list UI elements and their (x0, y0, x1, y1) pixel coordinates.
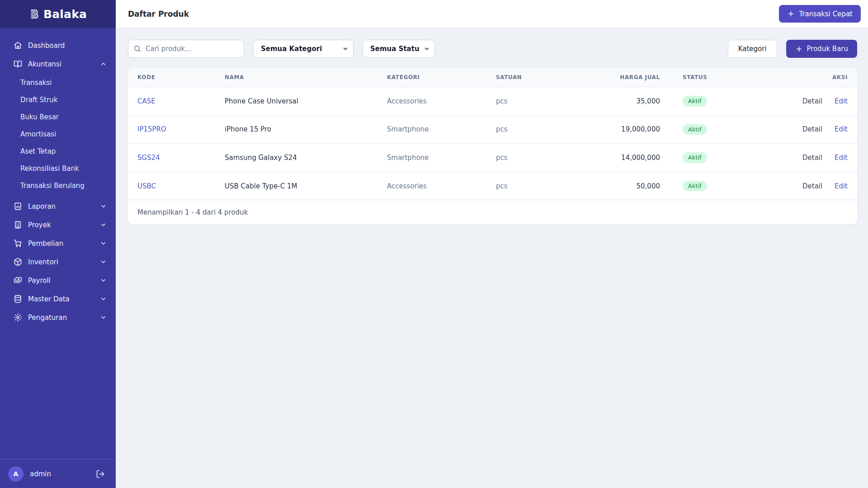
banknote-icon (14, 276, 22, 285)
edit-link[interactable]: Edit (835, 154, 848, 162)
database-icon (14, 295, 22, 303)
product-unit: pcs (496, 172, 583, 200)
new-product-button[interactable]: Produk Baru (786, 40, 857, 58)
chevron-down-icon (100, 203, 107, 210)
edit-link[interactable]: Edit (835, 97, 848, 105)
product-unit: pcs (496, 144, 583, 172)
sidebar-item-label: Laporan (28, 202, 94, 211)
package-icon (14, 258, 22, 266)
status-badge: Aktif (683, 181, 707, 192)
category-select[interactable]: Semua Kategori (253, 40, 354, 58)
topbar: Daftar Produk Transaksi Cepat (116, 0, 868, 28)
gear-icon (14, 313, 22, 322)
product-price: 14,000,000 (583, 144, 660, 172)
status-select[interactable]: Semua Status (363, 40, 435, 58)
column-header-kode: Kode (128, 68, 225, 87)
sidebar-item-label: Inventori (28, 258, 94, 266)
kategori-button[interactable]: Kategori (728, 40, 777, 58)
sidebar-nav: Dashboard Akuntansi Transaksi Draft Stru… (0, 28, 116, 459)
detail-link[interactable]: Detail (802, 125, 822, 133)
sidebar-item-label: Pembelian (28, 239, 94, 248)
table-row: USBC USB Cable Type-C 1M Accessories pcs… (128, 172, 857, 200)
sidebar-item-laporan[interactable]: Laporan (0, 197, 116, 216)
detail-link[interactable]: Detail (802, 154, 822, 162)
column-header-harga: Harga Jual (583, 68, 660, 87)
logout-icon[interactable] (96, 469, 105, 479)
sidebar-subitem-aset-tetap[interactable]: Aset Tetap (0, 143, 116, 160)
book-open-icon (14, 60, 22, 68)
product-code-link[interactable]: IP15PRO (137, 125, 166, 133)
sidebar-item-proyek[interactable]: Proyek (0, 216, 116, 234)
chevron-down-icon (100, 221, 107, 228)
balaka-logo-icon (29, 8, 41, 20)
product-category: Accessories (387, 87, 496, 116)
product-price: 19,000,000 (583, 115, 660, 144)
sidebar-item-master-data[interactable]: Master Data (0, 290, 116, 308)
building-icon (14, 221, 22, 229)
sidebar-item-label: Dashboard (28, 42, 107, 50)
user-bar: A admin (0, 459, 116, 488)
main-content: Semua Kategori Semua Status Kategori Pro… (116, 28, 868, 488)
chevron-up-icon (100, 61, 107, 67)
status-badge: Aktif (683, 96, 707, 107)
akuntansi-submenu: Transaksi Draft Struk Buku Besar Amortis… (0, 73, 116, 197)
status-badge: Aktif (683, 124, 707, 135)
product-name: USB Cable Type-C 1M (225, 172, 387, 200)
filter-toolbar: Semua Kategori Semua Status Kategori Pro… (128, 40, 857, 58)
sidebar-subitem-buku-besar[interactable]: Buku Besar (0, 108, 116, 126)
sidebar-subitem-transaksi[interactable]: Transaksi (0, 74, 116, 91)
product-category: Smartphone (387, 144, 496, 172)
sidebar-subitem-transaksi-berulang[interactable]: Transaksi Berulang (0, 177, 116, 194)
avatar: A (8, 466, 24, 482)
quick-transaction-button[interactable]: Transaksi Cepat (779, 5, 861, 23)
product-unit: pcs (496, 87, 583, 116)
sidebar-item-label: Akuntansi (28, 60, 94, 68)
sidebar-item-inventori[interactable]: Inventori (0, 253, 116, 271)
chevron-down-icon (100, 240, 107, 247)
product-code-link[interactable]: SGS24 (137, 154, 160, 162)
chevron-down-icon (100, 314, 107, 321)
product-table: Kode Nama Kategori Satuan Harga Jual Sta… (128, 68, 857, 200)
table-row: CASE Phone Case Universal Accessories pc… (128, 87, 857, 116)
product-code-link[interactable]: USBC (137, 182, 156, 190)
sidebar-item-pembelian[interactable]: Pembelian (0, 234, 116, 253)
app-name: Balaka (43, 8, 87, 21)
quick-transaction-label: Transaksi Cepat (799, 10, 853, 18)
sidebar-subitem-rekonsiliasi-bank[interactable]: Rekonsiliasi Bank (0, 160, 116, 177)
chevron-down-icon (100, 258, 107, 265)
product-category: Accessories (387, 172, 496, 200)
sidebar-item-akuntansi[interactable]: Akuntansi (0, 55, 116, 73)
table-header-row: Kode Nama Kategori Satuan Harga Jual Sta… (128, 68, 857, 87)
sidebar-item-label: Master Data (28, 295, 94, 303)
product-name: iPhone 15 Pro (225, 115, 387, 144)
sidebar: Balaka Dashboard Akuntansi Transaksi Dra… (0, 0, 116, 488)
report-icon (14, 202, 22, 211)
sidebar-subitem-draft-struk[interactable]: Draft Struk (0, 91, 116, 108)
detail-link[interactable]: Detail (802, 97, 822, 105)
sidebar-item-pengaturan[interactable]: Pengaturan (0, 308, 116, 327)
username: admin (30, 470, 90, 478)
table-row: SGS24 Samsung Galaxy S24 Smartphone pcs … (128, 144, 857, 172)
category-filter: Semua Kategori (253, 40, 354, 58)
sidebar-item-label: Proyek (28, 221, 94, 229)
status-filter: Semua Status (363, 40, 435, 58)
plus-icon (787, 10, 795, 18)
sidebar-item-dashboard[interactable]: Dashboard (0, 36, 116, 55)
sidebar-item-label: Payroll (28, 277, 94, 285)
plus-icon (795, 45, 803, 53)
cart-icon (14, 239, 22, 248)
product-category: Smartphone (387, 115, 496, 144)
edit-link[interactable]: Edit (835, 182, 848, 190)
chevron-down-icon (100, 277, 107, 284)
product-name: Samsung Galaxy S24 (225, 144, 387, 172)
search-input[interactable] (128, 40, 244, 58)
detail-link[interactable]: Detail (802, 182, 822, 190)
sidebar-item-payroll[interactable]: Payroll (0, 271, 116, 290)
sidebar-subitem-amortisasi[interactable]: Amortisasi (0, 126, 116, 143)
sidebar-item-label: Pengaturan (28, 314, 94, 322)
product-price: 35,000 (583, 87, 660, 116)
search-box (128, 40, 244, 58)
product-code-link[interactable]: CASE (137, 97, 156, 105)
product-unit: pcs (496, 115, 583, 144)
edit-link[interactable]: Edit (835, 125, 848, 133)
